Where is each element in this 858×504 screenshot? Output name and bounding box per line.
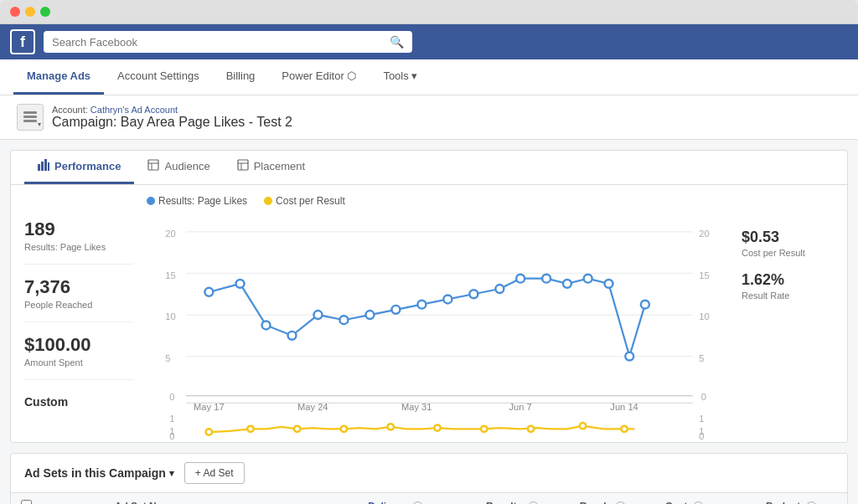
window-maximize-btn[interactable] [40, 7, 50, 17]
svg-text:10: 10 [165, 311, 175, 321]
adsets-title[interactable]: Ad Sets in this Campaign ▾ [24, 466, 174, 480]
breadcrumb-campaign: Campaign: Bay Area Page Likes - Test 2 [52, 115, 292, 130]
svg-rect-3 [38, 164, 40, 171]
svg-text:0: 0 [169, 392, 174, 402]
svg-point-61 [247, 426, 253, 432]
svg-rect-4 [41, 162, 44, 171]
header-reach: Reach ? [570, 493, 655, 504]
chart-stats-right: $0.53 Cost per Result 1.62% Result Rate [742, 195, 834, 432]
legend-blue-dot [147, 197, 155, 205]
svg-point-50 [605, 280, 613, 288]
results-label: Results: Page Likes [24, 242, 133, 252]
spent-value: $100.00 [24, 334, 133, 356]
chart-area: Results: Page Likes Cost per Result 20 1… [147, 195, 728, 432]
svg-text:15: 15 [699, 270, 709, 280]
header-delivery[interactable]: Delivery ? ▲ [358, 493, 476, 504]
svg-rect-0 [23, 111, 37, 114]
search-box[interactable]: 🔍 [44, 31, 412, 53]
svg-point-34 [204, 288, 213, 296]
nav-tools[interactable]: Tools ▾ [370, 59, 431, 95]
adsets-dropdown-icon: ▾ [169, 468, 174, 479]
cost-per-result-value: $0.53 [742, 229, 805, 246]
svg-text:10: 10 [699, 311, 709, 321]
stat-divider-3 [24, 379, 133, 380]
add-adset-button[interactable]: + Ad Set [184, 462, 245, 484]
svg-point-51 [625, 352, 633, 361]
sort-arrow-icon: ▲ [430, 501, 440, 504]
legend-results: Results: Page Likes [147, 195, 247, 207]
header-results: Results ? [476, 493, 570, 504]
svg-point-35 [236, 280, 245, 288]
svg-point-69 [621, 426, 627, 432]
svg-point-67 [528, 426, 534, 432]
svg-rect-5 [44, 159, 47, 171]
svg-rect-2 [23, 120, 37, 122]
svg-text:15: 15 [165, 270, 175, 280]
svg-point-47 [542, 275, 550, 283]
svg-point-38 [314, 311, 323, 319]
window-close-btn[interactable] [10, 7, 20, 17]
svg-point-52 [641, 301, 649, 309]
table-icon [23, 111, 37, 123]
svg-point-60 [206, 429, 212, 435]
svg-rect-7 [148, 160, 158, 170]
svg-text:20: 20 [165, 229, 175, 239]
cost-per-result-label: Cost per Result [742, 248, 805, 258]
performance-tabs: Performance Audience Placement [11, 151, 847, 185]
result-rate-label: Result Rate [742, 291, 789, 301]
select-all-checkbox[interactable] [21, 500, 32, 504]
svg-point-64 [388, 424, 394, 429]
svg-point-48 [563, 280, 571, 288]
svg-point-44 [469, 290, 478, 298]
breadcrumb-area: ▾ Account: Cathryn's Ad Account Campaign… [0, 95, 858, 140]
svg-point-49 [584, 275, 592, 283]
window-chrome [0, 0, 858, 24]
nav-billing[interactable]: Billing [213, 59, 269, 95]
tab-performance[interactable]: Performance [24, 151, 134, 184]
breadcrumb-text: Account: Cathryn's Ad Account Campaign: … [52, 105, 292, 130]
svg-point-68 [580, 423, 586, 429]
adset-table: Ad Set Name Delivery ? ▲ Results ? Reach… [11, 493, 847, 504]
facebook-topbar: f 🔍 [0, 24, 858, 59]
svg-point-65 [434, 424, 440, 430]
nav-account-settings[interactable]: Account Settings [104, 59, 213, 95]
window-minimize-btn[interactable] [25, 7, 35, 17]
chart-stats-left: 189 Results: Page Likes 7,376 People Rea… [24, 195, 133, 432]
svg-text:1: 1 [169, 414, 174, 424]
stat-reach: 7,376 People Reached [24, 276, 133, 310]
header-ad-set-name: Ad Set Name [105, 493, 358, 504]
svg-point-40 [365, 311, 374, 319]
svg-point-45 [495, 285, 504, 293]
placement-tab-icon [237, 159, 249, 173]
main-content: Performance Audience Placement 189 [0, 140, 858, 504]
search-input[interactable] [52, 36, 383, 49]
legend-cost: Cost per Result [264, 195, 345, 207]
svg-rect-1 [23, 116, 37, 118]
account-link[interactable]: Cathryn's Ad Account [90, 105, 178, 115]
svg-point-63 [341, 426, 347, 432]
svg-text:1: 1 [699, 414, 704, 424]
breadcrumb-icon[interactable]: ▾ [17, 104, 44, 131]
svg-point-46 [516, 275, 525, 283]
nav-manage-ads[interactable]: Manage Ads [13, 59, 104, 95]
svg-point-39 [340, 316, 349, 324]
spent-label: Amount Spent [24, 357, 133, 368]
breadcrumb-account: Account: Cathryn's Ad Account [52, 105, 292, 115]
svg-text:5: 5 [165, 353, 170, 363]
svg-text:0: 0 [169, 431, 174, 441]
result-rate-value: 1.62% [742, 271, 789, 289]
nav-bar: Manage Ads Account Settings Billing Powe… [0, 59, 858, 95]
svg-point-62 [294, 426, 300, 432]
nav-power-editor[interactable]: Power Editor ⬡ [268, 59, 370, 95]
performance-tab-icon [38, 159, 49, 173]
stat-divider-2 [24, 321, 133, 322]
svg-point-42 [417, 301, 426, 309]
chart-container: 189 Results: Page Likes 7,376 People Rea… [11, 185, 847, 442]
stat-results: 189 Results: Page Likes [24, 219, 133, 252]
svg-point-66 [481, 426, 487, 432]
tab-audience[interactable]: Audience [134, 151, 223, 184]
tab-placement[interactable]: Placement [224, 151, 318, 184]
svg-point-43 [443, 295, 452, 303]
search-icon: 🔍 [390, 35, 404, 49]
header-toggle [42, 493, 105, 504]
